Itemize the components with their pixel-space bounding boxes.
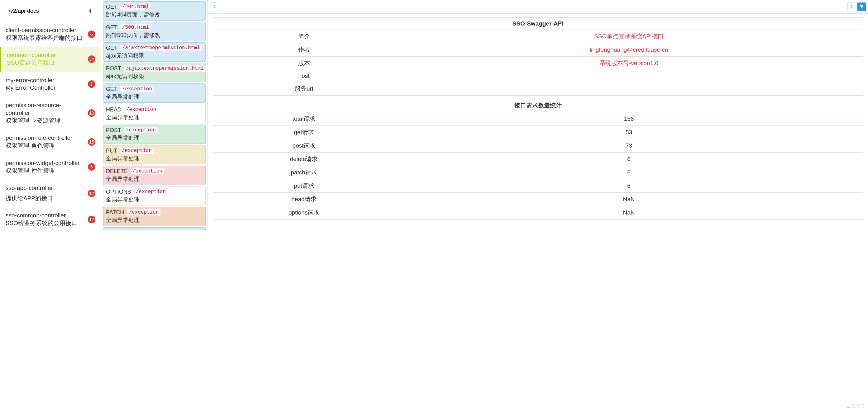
info-value: SSO单点登录系统API接口 [395,30,863,43]
main-panel: < > ▼ SSO-Swagger-API简介SSO单点登录系统API接口作者l… [208,0,868,230]
stats-label: put请求 [213,179,395,193]
controller-name: client-permission-controller [6,27,85,34]
controller-desc: 权限管理-->资源管理 [6,117,85,125]
endpoint-path: /exception [120,85,154,93]
endpoint-path: /ajaxtextnopermission.html [120,44,202,52]
stats-row: total请求156 [213,112,863,126]
endpoint-item[interactable]: GET/ajaxtextnopermission.htmlajax无访问权限 [103,42,206,62]
controller-desc: SSO给业务系统的公用接口 [6,219,85,227]
endpoint-path: /exception [120,147,154,154]
controller-desc: SSO后台公用接口 [7,59,85,67]
endpoint-list: GET/404.html跳转404页面，需修改GET/500.html跳转500… [101,0,208,230]
endpoint-item[interactable]: PUT/exception全局异常处理 [103,145,206,164]
stats-row: post请求73 [213,139,863,152]
controller-item-client-permission-controller[interactable]: client-permission-controller权限系统暴露给客户端的接… [0,22,101,47]
http-method: GET [106,24,118,31]
endpoint-item[interactable]: HEAD/exception全局异常处理 [103,104,206,123]
controller-item-my-error-controller[interactable]: my-error-controllerMy Error Controller7 [0,72,101,97]
endpoint-desc: 全局异常处理 [106,196,203,203]
info-value: 系统版本号-version1.0 [395,57,863,70]
info-label: 版本 [213,57,395,70]
controller-name: sso-common-controller [6,212,85,219]
endpoint-item[interactable]: POST/ajaxtextnopermission.htmlajax无访问权限 [103,63,206,82]
info-area: SSO-Swagger-API简介SSO单点登录系统API接口作者lingfen… [208,14,868,230]
endpoint-path: /exception [130,168,164,175]
stats-row: head请求NaN [213,193,863,206]
endpoint-path: /500.html [120,24,151,31]
controller-name: my-error-controller [6,77,85,84]
tab-next-button[interactable]: > [847,2,856,11]
controller-item-permission-role-controller[interactable]: permission-role-controller权限管理-角色管理15 [0,130,101,155]
info-value: lingfenghuang@creditease.cn [395,43,863,57]
endpoint-item[interactable]: OPTIONS/exception全局异常处理 [103,186,206,205]
api-docs-selector-wrapper: /v2/api-docs ▲▼ [0,0,101,22]
endpoint-item[interactable]: GET/500.html跳转500页面，需修改 [103,22,206,41]
tab-bar: < > ▼ [208,0,868,14]
http-method: GET [106,86,118,93]
stats-value: 6 [395,152,863,166]
controller-name: permission-role-controller [6,134,85,142]
http-method: PUT [106,147,117,154]
http-method: PATCH [106,209,124,216]
stats-label: post请求 [213,139,395,152]
http-method: GET [106,230,118,231]
count-badge: 10 [88,109,95,117]
http-method: DELETE [106,168,128,175]
info-value [395,82,863,96]
endpoint-item[interactable]: GET/exception全局异常处理 [103,83,206,103]
tab-dropdown-toggle[interactable]: ▼ [858,2,866,11]
endpoint-path: /ajaxtextnopermission.html [124,65,206,72]
count-badge: 12 [88,216,95,223]
count-badge: 6 [88,31,95,38]
controller-name: permission-resource-controller [6,102,85,117]
stats-value: 156 [395,112,863,126]
stats-row: options请求NaN [213,206,863,219]
info-label: 服务url [213,82,395,96]
http-method: OPTIONS [106,189,131,195]
endpoint-item[interactable]: GET/getmenulist获取菜单 [103,227,206,230]
controller-sidebar: /v2/api-docs ▲▼ client-permission-contro… [0,0,101,230]
stats-value: 6 [395,166,863,179]
stats-label: get请求 [213,126,395,139]
endpoint-desc: 跳转500页面，需修改 [106,31,203,39]
info-row: 服务url [213,82,863,96]
api-docs-selector[interactable]: /v2/api-docs [5,5,96,17]
endpoint-desc: 跳转404页面，需修改 [106,11,203,19]
info-row: 简介SSO单点登录系统API接口 [213,30,863,43]
count-badge: 34 [88,56,95,63]
http-method: GET [106,45,118,52]
info-value [395,70,863,82]
controller-desc: 提供给APP的接口 [6,195,53,202]
endpoint-desc: 全局异常处理 [106,134,203,142]
endpoint-item[interactable]: GET/404.html跳转404页面，需修改 [103,1,206,21]
stats-label: options请求 [213,206,395,219]
stats-label: head请求 [213,193,395,206]
endpoint-item[interactable]: PATCH/exception全局异常处理 [103,207,206,226]
info-label: host [213,70,395,82]
stats-value: 6 [395,179,863,193]
endpoint-desc: ajax无访问权限 [106,52,203,60]
controller-name: permission-widget-controller [6,160,85,167]
endpoint-path: /exception [134,189,168,195]
controller-item-common-controller[interactable]: common-controllerSSO后台公用接口34 [0,47,101,72]
controller-desc: 权限系统暴露给客户端的接口 [6,34,85,42]
endpoint-desc: 全局异常处理 [106,155,203,162]
stats-row: get请求53 [213,126,863,139]
stats-row: put请求6 [213,179,863,193]
count-badge: 15 [88,138,95,146]
tab-prev-button[interactable]: < [210,2,218,11]
http-method: GET [106,4,118,10]
endpoint-desc: 全局异常处理 [106,216,203,224]
controller-item-sso-app-controller[interactable]: sso-app-controller 提供给APP的接口12 [0,180,101,207]
controller-desc: My Error Controller [6,84,85,92]
endpoint-item[interactable]: POST/exception全局异常处理 [103,125,206,144]
api-title: SSO-Swagger-API [213,18,863,30]
endpoint-desc: 全局异常处理 [106,175,203,183]
stats-label: total请求 [213,112,395,126]
controller-item-sso-common-controller[interactable]: sso-common-controllerSSO给业务系统的公用接口12 [0,207,101,230]
stats-value: NaN [395,193,863,206]
stats-table: 接口请求数量统计total请求156get请求53post请求73delete请… [213,99,863,219]
controller-item-permission-resource-controller[interactable]: permission-resource-controller权限管理-->资源管… [0,97,101,130]
controller-item-permission-widget-controller[interactable]: permission-widget-controller权限管理-控件管理6 [0,155,101,180]
endpoint-item[interactable]: DELETE/exception全局异常处理 [103,166,206,185]
